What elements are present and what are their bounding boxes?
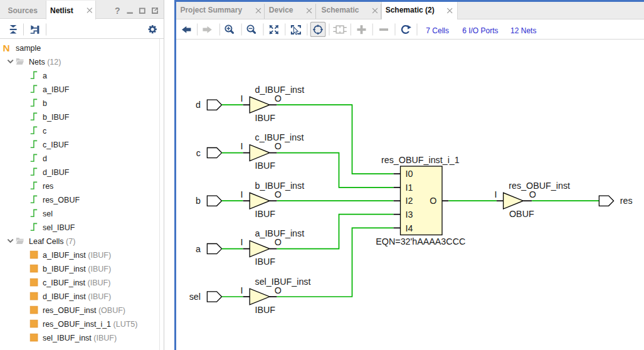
svg-text:O: O: [275, 93, 282, 103]
svg-text:O: O: [275, 285, 282, 295]
svg-text:O: O: [275, 189, 282, 199]
svg-text:IBUF: IBUF: [255, 305, 276, 315]
svg-text:O: O: [275, 237, 282, 247]
svg-text:O: O: [275, 141, 282, 151]
svg-text:I: I: [241, 237, 243, 247]
svg-text:c_IBUF_inst: c_IBUF_inst: [255, 132, 304, 142]
svg-text:I: I: [241, 93, 243, 103]
svg-text:I: I: [241, 285, 243, 295]
svg-text:c: c: [196, 148, 201, 158]
svg-text:IBUF: IBUF: [255, 161, 276, 171]
svg-text:d: d: [196, 100, 201, 110]
svg-text:I3: I3: [406, 209, 413, 220]
svg-text:?: ?: [115, 6, 120, 16]
svg-text:I2: I2: [406, 196, 413, 206]
svg-text:I4: I4: [406, 223, 413, 233]
svg-text:b_IBUF_inst: b_IBUF_inst: [255, 181, 305, 191]
svg-text:b: b: [196, 196, 201, 206]
svg-text:I: I: [495, 189, 497, 199]
svg-text:res_OBUF_inst_i_1: res_OBUF_inst_i_1: [381, 155, 460, 165]
svg-text:sel_IBUF_inst: sel_IBUF_inst: [255, 277, 311, 287]
svg-text:res: res: [620, 196, 633, 206]
svg-text:IBUF: IBUF: [255, 113, 276, 123]
svg-text:N: N: [3, 43, 10, 53]
svg-text:IBUF: IBUF: [255, 257, 276, 267]
svg-text:O: O: [529, 189, 536, 199]
svg-text:a_IBUF_inst: a_IBUF_inst: [255, 228, 305, 238]
svg-text:OBUF: OBUF: [509, 209, 534, 219]
svg-text:O: O: [430, 196, 436, 206]
svg-text:EQN=32'hAAAA3CCC: EQN=32'hAAAA3CCC: [376, 236, 465, 247]
svg-text:I0: I0: [406, 169, 413, 179]
svg-text:res_OBUF_inst: res_OBUF_inst: [509, 181, 570, 191]
svg-text:I1: I1: [406, 183, 413, 193]
svg-text:I: I: [241, 141, 243, 151]
svg-text:IBUF: IBUF: [255, 209, 276, 219]
svg-text:I: I: [241, 189, 243, 199]
svg-text:d_IBUF_inst: d_IBUF_inst: [255, 85, 305, 95]
svg-text:sel: sel: [189, 292, 201, 302]
svg-text:a: a: [196, 244, 201, 254]
